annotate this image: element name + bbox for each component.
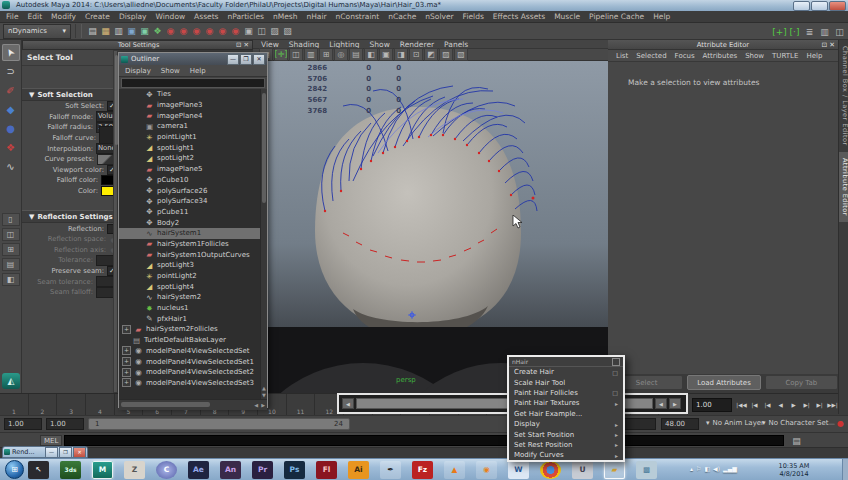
expand-toggle[interactable] bbox=[135, 144, 142, 151]
transport-button[interactable]: ◀ bbox=[775, 399, 786, 411]
zbrush-icon[interactable]: Z bbox=[124, 461, 145, 479]
character-set-dropdown[interactable]: ▾No Character Set bbox=[762, 419, 829, 427]
expand-toggle[interactable] bbox=[135, 283, 142, 290]
menu-item[interactable]: Muscle bbox=[554, 12, 580, 21]
menu-item[interactable]: Create bbox=[85, 12, 110, 21]
option-box-icon[interactable]: ▸ bbox=[615, 421, 618, 428]
menu-item[interactable]: Edit bbox=[28, 12, 43, 21]
new-scene-icon[interactable]: ▤ bbox=[86, 25, 99, 38]
textured-icon[interactable]: ◩ bbox=[424, 48, 438, 61]
outliner-row[interactable]: ▰ hairSystem1Follicles bbox=[119, 239, 267, 250]
expand-toggle[interactable] bbox=[135, 273, 142, 280]
scroll-left-icon[interactable]: ◀ bbox=[655, 398, 667, 409]
anim-end-field[interactable]: 48.00 bbox=[661, 418, 699, 430]
tear-off-icon[interactable] bbox=[612, 358, 620, 366]
copy-tab-button[interactable]: Copy Tab bbox=[765, 375, 838, 390]
expand-toggle[interactable] bbox=[135, 208, 142, 215]
outliner-row[interactable]: ✥ Ties bbox=[119, 89, 267, 100]
soft-selection-section[interactable]: ▼Soft Selection bbox=[22, 88, 118, 101]
transport-button[interactable]: |◀ bbox=[762, 399, 773, 411]
vlc-icon[interactable]: ▲ bbox=[444, 461, 465, 479]
expand-toggle[interactable]: + bbox=[122, 346, 131, 355]
select-by-hierarchy-icon[interactable]: ▣ bbox=[125, 25, 138, 38]
pen-app-icon[interactable]: ✒ bbox=[380, 461, 401, 479]
expand-toggle[interactable] bbox=[122, 337, 129, 344]
outliner-filter-input[interactable] bbox=[121, 78, 265, 88]
outliner-row[interactable]: ▰ imagePlane4 bbox=[119, 110, 267, 121]
expand-toggle[interactable] bbox=[135, 315, 142, 322]
menu-item[interactable]: Modify bbox=[51, 12, 76, 21]
expand-toggle[interactable] bbox=[135, 294, 142, 301]
anim-layer-dropdown[interactable]: ▾No Anim Layer bbox=[706, 419, 764, 427]
transport-button[interactable]: ▶| bbox=[814, 399, 825, 411]
ae-menu-item[interactable]: Selected bbox=[636, 52, 666, 60]
menu-item[interactable]: Pipeline Cache bbox=[589, 12, 644, 21]
anim-start-field[interactable]: 1.00 bbox=[4, 418, 42, 430]
nhair-menu-item[interactable]: Paint Hair Textures ▸ bbox=[509, 398, 623, 408]
track-selected-icon[interactable]: [✛] bbox=[274, 48, 288, 61]
current-frame-field[interactable]: 1.00 bbox=[692, 398, 732, 412]
expand-toggle[interactable] bbox=[135, 91, 142, 98]
dock-icon[interactable]: ⊡ bbox=[236, 41, 241, 49]
close-icon[interactable]: ✕ bbox=[73, 447, 86, 458]
expand-toggle[interactable]: + bbox=[122, 378, 131, 387]
move-tool-icon[interactable]: ◆ bbox=[2, 101, 20, 118]
make-live-icon[interactable]: ◉ bbox=[229, 25, 242, 38]
media-player-icon[interactable]: ◉ bbox=[476, 461, 497, 479]
menu-item[interactable]: nConstraint bbox=[336, 12, 380, 21]
nhair-menu-item[interactable]: Modify Curves ▸ bbox=[509, 450, 623, 460]
object-selection-icon[interactable]: [·] bbox=[788, 25, 801, 38]
volume-icon[interactable]: ◀) bbox=[713, 465, 720, 472]
render-icon[interactable]: ▧ bbox=[281, 25, 294, 38]
menu-item[interactable]: Assets bbox=[194, 12, 218, 21]
outliner-row[interactable]: ✳ pointLight1 bbox=[119, 132, 267, 143]
nhair-menu-item[interactable]: Scale Hair Tool bbox=[509, 377, 623, 387]
option-box-icon[interactable]: ▸ bbox=[615, 441, 618, 448]
expand-toggle[interactable] bbox=[135, 187, 142, 194]
start-button[interactable]: ⊞ bbox=[5, 460, 24, 479]
show-desktop-button[interactable] bbox=[842, 459, 848, 480]
highlight-selection-icon[interactable]: [+] bbox=[773, 25, 786, 38]
output-connections-icon[interactable]: ◫ bbox=[255, 25, 268, 38]
close-button[interactable] bbox=[829, 1, 846, 11]
taskbar-clock[interactable]: 10:35 AM 4/8/2014 bbox=[766, 461, 822, 479]
transport-button[interactable]: ▶▶| bbox=[827, 399, 838, 411]
expand-toggle[interactable] bbox=[135, 123, 142, 130]
menu-item[interactable]: Fields bbox=[463, 12, 484, 21]
transport-button[interactable]: ▶ bbox=[788, 399, 799, 411]
ae-menu-item[interactable]: List bbox=[616, 52, 628, 60]
tab-channel-box[interactable]: Channel Box / Layer Editor bbox=[839, 40, 848, 152]
option-box-icon[interactable]: ▸ bbox=[615, 452, 618, 459]
show-hidden-icons[interactable]: ▴ bbox=[690, 465, 693, 472]
expand-toggle[interactable] bbox=[135, 198, 142, 205]
sidebar-toggle-icon[interactable]: ≣ bbox=[803, 25, 816, 38]
expand-toggle[interactable] bbox=[135, 102, 142, 109]
minimize-icon[interactable]: — bbox=[227, 54, 239, 65]
xray-icon[interactable]: ▧ bbox=[454, 48, 468, 61]
expand-toggle[interactable] bbox=[135, 219, 142, 226]
scroll-right-icon[interactable]: ▶ bbox=[669, 398, 681, 409]
menu-item[interactable]: Window bbox=[156, 12, 186, 21]
range-slider[interactable]: 1 24 bbox=[88, 418, 350, 430]
menu-set-dropdown[interactable]: nDynamics▾ bbox=[3, 24, 71, 39]
wireframe-icon[interactable]: ◨ bbox=[394, 48, 408, 61]
expand-toggle[interactable] bbox=[135, 155, 142, 162]
outliner-hscrollbar[interactable]: ◀ ▶ bbox=[119, 399, 267, 410]
construction-history-icon[interactable]: ▨ bbox=[268, 25, 281, 38]
select-by-object-icon[interactable]: ▣ bbox=[138, 25, 151, 38]
channelbox-toggle-icon[interactable]: ▥ bbox=[818, 25, 831, 38]
transport-button[interactable]: |◀ bbox=[749, 399, 760, 411]
outliner-row[interactable]: ✥ polySurface26 bbox=[119, 185, 267, 196]
action-center-icon[interactable]: ⚐ bbox=[696, 465, 701, 472]
ae-menu-item[interactable]: Show bbox=[745, 52, 764, 60]
menu-item[interactable]: Display bbox=[119, 12, 147, 21]
outliner-row[interactable]: + ◉ modelPanel4ViewSelectedSet bbox=[119, 346, 267, 357]
cinema4d-icon[interactable]: C bbox=[156, 461, 177, 479]
snap-to-grid-icon[interactable]: ◉ bbox=[164, 25, 177, 38]
word-icon[interactable]: W bbox=[508, 461, 529, 479]
menu-item[interactable]: File bbox=[6, 12, 19, 21]
outliner-row[interactable]: + ◉ modelPanel4ViewSelectedSet3 bbox=[119, 378, 267, 389]
persp-graph-layout-button[interactable]: ◧ bbox=[2, 273, 20, 286]
expand-toggle[interactable] bbox=[135, 112, 142, 119]
scroll-right-icon[interactable]: ▶ bbox=[261, 402, 265, 408]
